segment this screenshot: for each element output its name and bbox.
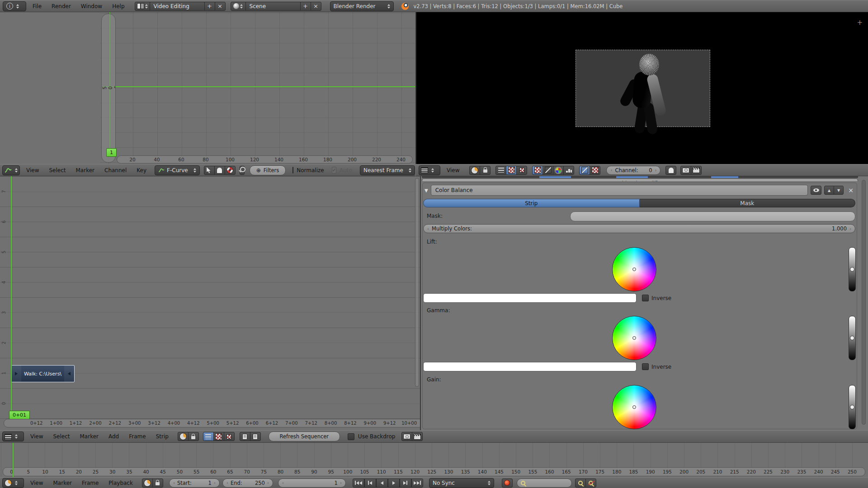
add-scene-button[interactable]: + [300, 2, 311, 11]
sequencer-editor-type-selector[interactable] [2, 432, 24, 441]
ghost-frames-button[interactable] [665, 166, 676, 175]
normalize-checkbox[interactable] [292, 167, 293, 174]
slider-handle[interactable] [850, 267, 854, 272]
sequencer-menu-item[interactable]: View [25, 433, 48, 440]
topbar-menu-item[interactable]: Render [47, 3, 76, 9]
preview-canvas[interactable]: + [416, 12, 868, 164]
wheel-cursor[interactable] [632, 405, 636, 409]
tab-strip[interactable]: Strip [423, 199, 640, 207]
use-backdrop-checkbox[interactable] [348, 433, 354, 440]
gamma-color-wheel[interactable] [612, 316, 656, 360]
sequencer-vertical-scrollbar[interactable] [415, 178, 419, 387]
slider-handle[interactable] [850, 336, 854, 340]
panel-expander-icon[interactable]: ▼ [425, 188, 428, 193]
graph-menu-item[interactable]: Marker [71, 167, 99, 174]
wheel-cursor[interactable] [632, 267, 636, 271]
sequencer-canvas[interactable]: 76543210 Walk: C:\Users\ 0+01 0+121+001+… [0, 176, 420, 430]
scene-selector[interactable] [231, 2, 246, 11]
display-image-button[interactable] [532, 166, 543, 175]
properties-scrollbar[interactable] [862, 180, 866, 425]
update-time-button[interactable] [469, 166, 480, 175]
region-expand-icon[interactable]: + [857, 19, 863, 27]
render-engine-dropdown[interactable]: Blender Render [330, 1, 394, 11]
lift-inverse-checkbox[interactable] [642, 295, 649, 301]
view-preview-button[interactable] [506, 166, 517, 175]
delete-screen-layout-button[interactable]: × [215, 2, 226, 11]
sequencer-menu-item[interactable]: Select [48, 433, 75, 440]
auto-keyframe-record-button[interactable] [502, 479, 513, 488]
view-both-button[interactable] [516, 166, 527, 175]
update-time-button[interactable] [178, 432, 189, 441]
refresh-sequencer-button[interactable]: Refresh Sequencer [269, 432, 340, 441]
previous-keyframe-button[interactable] [364, 479, 376, 488]
sequencer-menu-item[interactable]: Marker [75, 433, 104, 440]
lift-color-swatch[interactable] [423, 293, 637, 303]
decrement-arrow-icon[interactable]: ‹ [226, 480, 228, 485]
zoom-tool-button[interactable] [240, 166, 245, 175]
topbar-menu-item[interactable]: Window [76, 3, 107, 9]
start-frame-field[interactable]: ‹ Start: 1 › [169, 479, 220, 488]
jump-to-end-button[interactable] [411, 479, 423, 488]
timeline-menu-item[interactable]: Frame [77, 480, 104, 486]
play-button[interactable] [388, 479, 400, 488]
add-screen-layout-button[interactable]: + [204, 2, 215, 11]
lock-button[interactable] [152, 479, 163, 488]
preview-menu-item[interactable]: View [442, 167, 464, 174]
graph-editor-type-selector[interactable] [2, 165, 20, 175]
normalization-helper-button[interactable] [225, 166, 236, 175]
frame-snap-dropdown[interactable]: Nearest Frame [360, 165, 415, 175]
wheel-cursor[interactable] [632, 336, 636, 340]
graph-vertical-scrollbar[interactable]: 50-5 [101, 14, 116, 163]
gamma-color-swatch[interactable] [423, 362, 637, 371]
play-reverse-button[interactable] [376, 479, 388, 488]
increment-arrow-icon[interactable]: › [655, 168, 656, 173]
increment-arrow-icon[interactable]: › [340, 480, 342, 485]
screencast-button[interactable] [412, 432, 423, 441]
paste-strip-button[interactable] [250, 432, 261, 441]
increment-arrow-icon[interactable]: › [849, 226, 851, 231]
sequencer-horizontal-scrollbar[interactable]: 0+121+001+122+002+123+003+124+004+125+00… [4, 419, 420, 427]
lift-value-slider[interactable] [849, 247, 856, 291]
timeline-menu-item[interactable]: Playback [104, 480, 138, 486]
gamma-value-slider[interactable] [849, 316, 856, 360]
delete-scene-button[interactable]: × [311, 2, 321, 11]
graph-menu-item[interactable]: Channel [99, 167, 132, 174]
gamma-inverse-checkbox[interactable] [642, 363, 649, 370]
graph-menu-item[interactable]: Select [44, 167, 71, 174]
copy-strip-button[interactable] [240, 432, 250, 441]
graph-editor-canvas[interactable]: 50-5 20406080100120140160180200220240 1 [0, 12, 415, 164]
screenshot-button[interactable] [680, 166, 691, 175]
tab-mask[interactable]: Mask [640, 199, 856, 207]
lift-color-wheel[interactable] [612, 247, 656, 291]
keying-set-field[interactable] [517, 479, 572, 488]
next-keyframe-button[interactable] [400, 479, 411, 488]
graph-menu-item[interactable]: View [21, 167, 44, 174]
lock-button[interactable] [188, 432, 199, 441]
strip-left-handle[interactable] [11, 366, 21, 382]
screencast-button[interactable] [691, 166, 702, 175]
checker-background-button[interactable] [590, 166, 600, 175]
graph-horizontal-scrollbar[interactable]: 20406080100120140160180200220240 [117, 155, 413, 164]
update-time-button[interactable] [142, 479, 153, 488]
timeline-canvas[interactable]: 0510152025303540455055606570758085909510… [0, 443, 868, 477]
sequencer-playhead[interactable] [11, 176, 12, 418]
view-sequencer-button[interactable] [495, 166, 506, 175]
add-modifier-button[interactable]: Add Strip Modifier [422, 178, 858, 181]
topbar-menu-item[interactable]: File [28, 3, 47, 9]
display-vectorscope-button[interactable] [553, 166, 564, 175]
sequencer-menu-item[interactable]: Add [104, 433, 124, 440]
auto-normalize-checkbox[interactable]: ✓ [332, 167, 336, 174]
timeline-scrollbar-ruler[interactable]: 0510152025303540455055606570758085909510… [3, 467, 865, 476]
sequence-strip[interactable]: Walk: C:\Users\ [11, 365, 75, 382]
tweak-tool-button[interactable] [204, 166, 215, 175]
decrement-arrow-icon[interactable]: ‹ [427, 226, 429, 231]
current-frame-field[interactable]: ‹ 1 › [278, 479, 346, 488]
mute-modifier-button[interactable] [811, 186, 821, 195]
overlay-button[interactable] [579, 166, 590, 175]
decrement-arrow-icon[interactable]: ‹ [173, 480, 175, 485]
modifier-name-field[interactable]: Color Balance [431, 185, 808, 196]
scene-name-field[interactable]: Scene [245, 2, 301, 11]
decrement-arrow-icon[interactable]: ‹ [282, 480, 284, 485]
gain-color-wheel[interactable] [612, 385, 656, 429]
channel-field[interactable]: ‹ Channel: 0 › [606, 166, 660, 175]
